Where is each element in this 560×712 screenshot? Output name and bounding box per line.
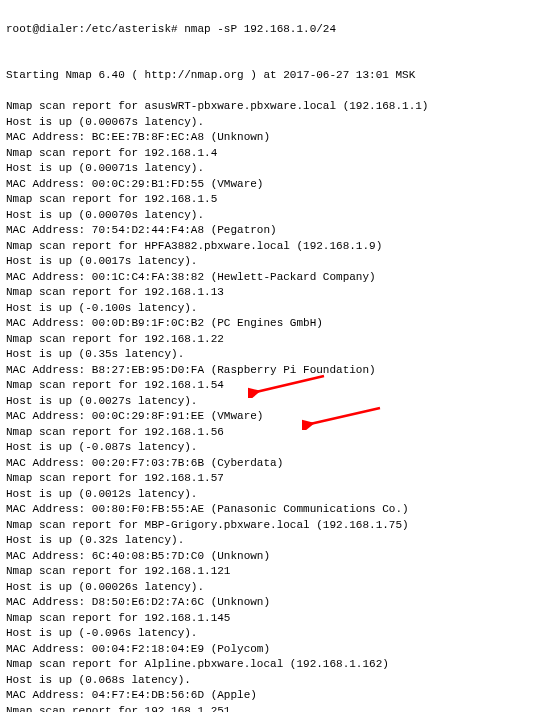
scan-report-line: Nmap scan report for asusWRT-pbxware.pbx… xyxy=(6,99,554,115)
host-up-line: Host is up (-0.087s latency). xyxy=(6,440,554,456)
mac-address-line: MAC Address: 00:0C:29:8F:91:EE (VMware) xyxy=(6,409,554,425)
host-up-line: Host is up (0.0027s latency). xyxy=(6,394,554,410)
scan-report-line: Nmap scan report for 192.168.1.13 xyxy=(6,285,554,301)
host-up-line: Host is up (0.00067s latency). xyxy=(6,115,554,131)
host-up-line: Host is up (0.0012s latency). xyxy=(6,487,554,503)
host-up-line: Host is up (0.32s latency). xyxy=(6,533,554,549)
mac-address-line: MAC Address: 00:80:F0:FB:55:AE (Panasoni… xyxy=(6,502,554,518)
scan-report-line: Nmap scan report for 192.168.1.22 xyxy=(6,332,554,348)
mac-address-line: MAC Address: 00:04:F2:18:04:E9 (Polycom) xyxy=(6,642,554,658)
host-up-line: Host is up (0.068s latency). xyxy=(6,673,554,689)
mac-address-line: MAC Address: 70:54:D2:44:F4:A8 (Pegatron… xyxy=(6,223,554,239)
host-up-line: Host is up (0.00026s latency). xyxy=(6,580,554,596)
shell-prompt[interactable]: root@dialer:/etc/asterisk# nmap -sP 192.… xyxy=(6,22,554,38)
scan-report-line: Nmap scan report for 192.168.1.4 xyxy=(6,146,554,162)
scan-report-line: Nmap scan report for 192.168.1.5 xyxy=(6,192,554,208)
mac-address-line: MAC Address: 00:0D:B9:1F:0C:B2 (PC Engin… xyxy=(6,316,554,332)
scan-report-line: Nmap scan report for 192.168.1.145 xyxy=(6,611,554,627)
mac-address-line: MAC Address: B8:27:EB:95:D0:FA (Raspberr… xyxy=(6,363,554,379)
mac-address-line: MAC Address: 00:20:F7:03:7B:6B (Cyberdat… xyxy=(6,456,554,472)
mac-address-line: MAC Address: BC:EE:7B:8F:EC:A8 (Unknown) xyxy=(6,130,554,146)
mac-address-line: MAC Address: 6C:40:08:B5:7D:C0 (Unknown) xyxy=(6,549,554,565)
scan-report-line: Nmap scan report for 192.168.1.121 xyxy=(6,564,554,580)
scan-report-line: Nmap scan report for 192.168.1.251 xyxy=(6,704,554,713)
scan-report-line: Nmap scan report for 192.168.1.54 xyxy=(6,378,554,394)
host-up-line: Host is up (-0.096s latency). xyxy=(6,626,554,642)
host-up-line: Host is up (0.0017s latency). xyxy=(6,254,554,270)
mac-address-line: MAC Address: 04:F7:E4:DB:56:6D (Apple) xyxy=(6,688,554,704)
host-up-line: Host is up (0.00070s latency). xyxy=(6,208,554,224)
mac-address-line: MAC Address: 00:0C:29:B1:FD:55 (VMware) xyxy=(6,177,554,193)
scan-report-line: Nmap scan report for Alpline.pbxware.loc… xyxy=(6,657,554,673)
scan-report-line: Nmap scan report for HPFA3882.pbxware.lo… xyxy=(6,239,554,255)
terminal-output: root@dialer:/etc/asterisk# nmap -sP 192.… xyxy=(0,0,560,712)
host-up-line: Host is up (-0.100s latency). xyxy=(6,301,554,317)
nmap-start-line: Starting Nmap 6.40 ( http://nmap.org ) a… xyxy=(6,68,554,84)
scan-report-line: Nmap scan report for 192.168.1.56 xyxy=(6,425,554,441)
mac-address-line: MAC Address: 00:1C:C4:FA:38:82 (Hewlett-… xyxy=(6,270,554,286)
mac-address-line: MAC Address: D8:50:E6:D2:7A:6C (Unknown) xyxy=(6,595,554,611)
scan-report-line: Nmap scan report for MBP-Grigory.pbxware… xyxy=(6,518,554,534)
scan-report-line: Nmap scan report for 192.168.1.57 xyxy=(6,471,554,487)
host-up-line: Host is up (0.35s latency). xyxy=(6,347,554,363)
host-up-line: Host is up (0.00071s latency). xyxy=(6,161,554,177)
